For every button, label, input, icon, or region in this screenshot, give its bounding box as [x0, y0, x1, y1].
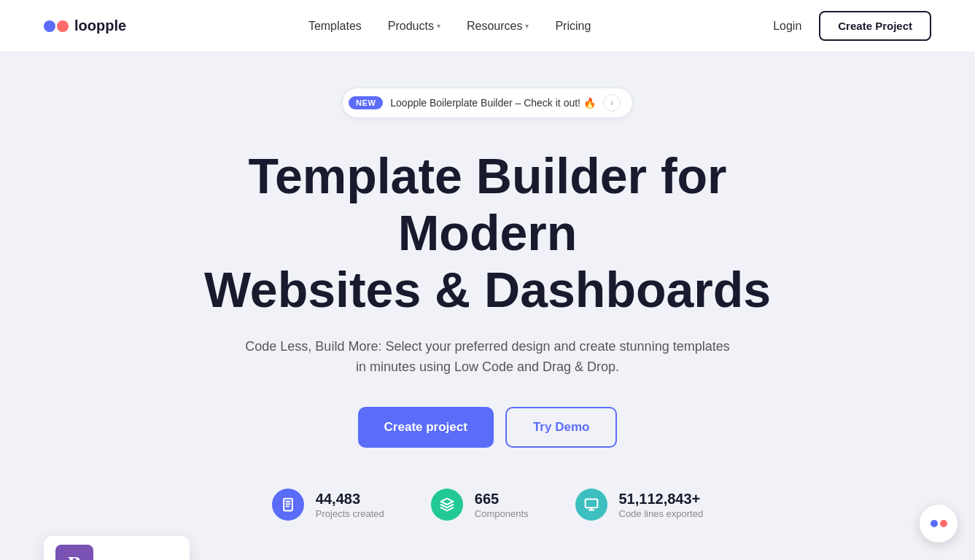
logo-text: loopple	[74, 18, 126, 34]
announcement-banner[interactable]: NEW Loopple Boilerplate Builder – Check …	[342, 88, 633, 118]
create-project-hero-button[interactable]: Create project	[358, 407, 494, 448]
nav-pricing[interactable]: Pricing	[555, 20, 591, 33]
stats-row: 44,483 Projects created 665 Components	[272, 489, 703, 521]
stat-components: 665 Components	[431, 489, 529, 521]
components-label: Components	[475, 508, 529, 519]
chat-dot-red	[940, 520, 947, 527]
hero-heading: Template Builder for Modern Websites & D…	[196, 147, 780, 319]
logo-circle-blue	[44, 20, 55, 32]
login-button[interactable]: Login	[773, 20, 801, 33]
stat-code-lines: 51,112,843+ Code lines exported	[575, 489, 704, 521]
code-lines-count: 51,112,843+	[619, 491, 704, 508]
hero-subtext: Code Less, Build More: Select your prefe…	[240, 336, 736, 378]
chat-icon	[931, 520, 947, 527]
announcement-text: Loopple Boilerplate Builder – Check it o…	[390, 97, 596, 109]
create-project-nav-button[interactable]: Create Project	[819, 11, 931, 41]
logo-icon	[44, 20, 69, 32]
components-count: 665	[475, 491, 529, 508]
logo-circle-red	[57, 20, 69, 32]
announcement-arrow-icon: ›	[603, 94, 621, 112]
nav-resources[interactable]: Resources ▾	[467, 20, 529, 33]
nav-actions: Login Create Project	[773, 11, 931, 41]
chat-dot-blue	[931, 520, 938, 527]
nav-products[interactable]: Products ▾	[388, 20, 440, 33]
projects-label: Projects created	[316, 508, 384, 519]
preview-card: B Grid Components Editor Pages ▾ Cards ⊙	[44, 536, 190, 560]
chat-support-button[interactable]	[920, 505, 957, 542]
navbar: loopple Templates Products ▾ Resources ▾…	[0, 0, 975, 52]
new-badge: NEW	[349, 96, 383, 109]
resources-chevron-icon: ▾	[525, 22, 529, 30]
nav-templates[interactable]: Templates	[308, 20, 362, 33]
code-lines-label: Code lines exported	[619, 508, 704, 519]
nav-links: Templates Products ▾ Resources ▾ Pricing	[308, 20, 591, 33]
logo-link[interactable]: loopple	[44, 18, 126, 34]
stat-projects: 44,483 Projects created	[272, 489, 384, 521]
components-icon	[431, 489, 463, 521]
projects-count: 44,483	[316, 491, 384, 508]
svg-rect-1	[585, 499, 597, 508]
hero-section: NEW Loopple Boilerplate Builder – Check …	[0, 52, 975, 560]
projects-icon	[272, 489, 304, 521]
products-chevron-icon: ▾	[437, 22, 440, 30]
hero-buttons: Create project Try Demo	[358, 407, 618, 448]
try-demo-button[interactable]: Try Demo	[505, 407, 617, 448]
code-lines-icon	[575, 489, 607, 521]
